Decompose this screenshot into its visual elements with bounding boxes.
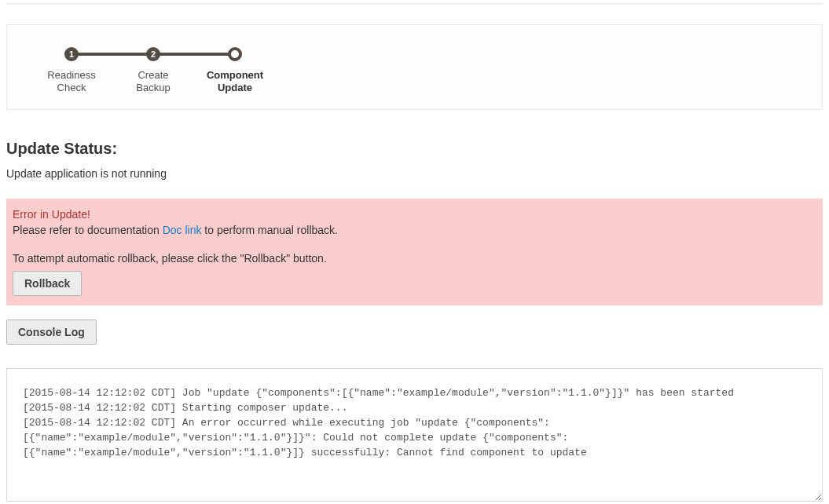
update-status-heading: Update Status: bbox=[6, 140, 823, 158]
error-line1-prefix: Please refer to documentation bbox=[13, 224, 163, 236]
wizard-progress: 1 Readiness Check 2 Create Backup Compon… bbox=[6, 24, 823, 110]
wizard-node-num: 1 bbox=[69, 49, 74, 59]
wizard-step-readiness: 1 Readiness Check bbox=[31, 47, 112, 95]
console-log-button[interactable]: Console Log bbox=[6, 320, 97, 345]
wizard-connector bbox=[153, 53, 235, 56]
wizard-step-label: Create Backup bbox=[136, 69, 170, 95]
update-status-text: Update application is not running bbox=[6, 167, 823, 180]
wizard-node-2: 2 bbox=[146, 47, 160, 61]
error-banner: Error in Update! Please refer to documen… bbox=[6, 199, 823, 306]
wizard-step-label: Readiness Check bbox=[47, 69, 95, 95]
rollback-button[interactable]: Rollback bbox=[13, 271, 82, 296]
top-rule bbox=[6, 3, 823, 4]
wizard-node-num: 2 bbox=[151, 49, 156, 59]
wizard-step-label: Component Update bbox=[207, 69, 263, 95]
wizard-node-current bbox=[228, 47, 242, 61]
error-line1-suffix: to perform manual rollback. bbox=[201, 224, 338, 236]
wizard-node-1: 1 bbox=[64, 47, 79, 61]
error-title: Error in Update! bbox=[13, 208, 90, 221]
console-output[interactable]: [2015-08-14 12:12:02 CDT] Job "update {"… bbox=[6, 368, 823, 502]
wizard-connector bbox=[72, 53, 153, 56]
error-line2: To attempt automatic rollback, please cl… bbox=[13, 252, 327, 265]
doc-link[interactable]: Doc link bbox=[163, 224, 202, 236]
